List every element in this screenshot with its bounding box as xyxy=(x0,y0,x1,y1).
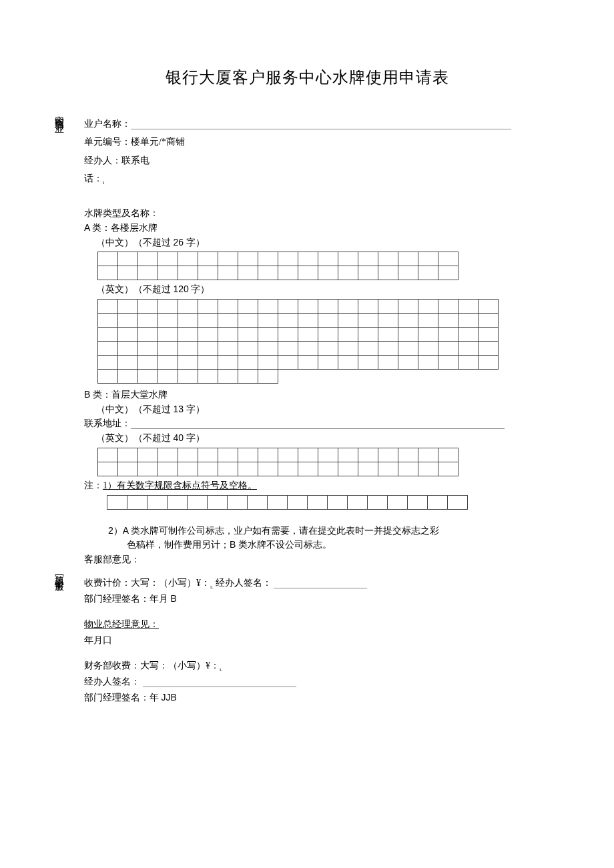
sign-type-block: 水牌类型及名称： A 类：各楼层水牌 （中文）（不超过 26 字） xyxy=(84,206,561,250)
english-40-note: （英文）（不超过 40 字） xyxy=(84,431,561,446)
chinese-13-note: （中文）（不超过 13 字） xyxy=(84,402,561,417)
dept-mgr-sign-a: 部门经理签名：年月 B xyxy=(84,591,561,607)
charge-row: 收费计价：大写：（小写）¥：L 经办人签名： xyxy=(84,575,561,592)
agent-sign-label: 经办人签名： xyxy=(216,578,272,588)
agent-sign2-line[interactable] xyxy=(143,677,296,687)
english-120-note: （英文）（不超过 120 字） xyxy=(84,282,561,297)
note2-line2: 色稿样，制作费用另计；B 类水牌不设公司标志。 xyxy=(84,538,561,552)
contact-addr-label: 联系地址： xyxy=(84,418,131,428)
type-b-block: B 类：首层大堂水牌 （中文）（不超过 13 字） 联系地址： （英文）（不超过… xyxy=(84,388,561,446)
owner-name-input-line[interactable] xyxy=(131,119,511,129)
note2-line1: 2）A 类水牌可制作公司标志，业户如有需要，请在提交此表时一并提交标志之彩 xyxy=(84,524,561,538)
finance-row: 财务部收费：大写：（小写）¥：L xyxy=(84,658,561,675)
charge-label: 收费计价：大写：（小写）¥： xyxy=(84,578,210,588)
cs-opinion: 客服部意见： xyxy=(84,552,561,567)
subscript-i: I xyxy=(103,180,104,185)
sub-l-1: L xyxy=(210,584,213,589)
grid-a-chinese[interactable] xyxy=(97,252,458,280)
pm-opinion: 物业总经理意见： xyxy=(84,616,561,632)
grid-note-row[interactable] xyxy=(107,495,468,510)
owner-fill-label: 业户填写内容 xyxy=(53,115,64,116)
grid-b-english[interactable] xyxy=(97,448,458,476)
service-section: 服务中心填写 收费计价：大写：（小写）¥：L 经办人签名： 部门经理签名：年月 … xyxy=(53,575,561,706)
contact-addr-row: 联系地址： xyxy=(84,416,561,431)
grid-a-english[interactable] xyxy=(97,299,499,384)
finance-label: 财务部收费：大写：（小写）¥： xyxy=(84,661,220,671)
phone-row: 话：I xyxy=(84,169,561,187)
owner-fields: 业户名称： 单元编号：楼单元/*商铺 经办人：联系电 话：I 水牌类型及名称： … xyxy=(84,115,561,567)
service-fields: 收费计价：大写：（小写）¥：L 经办人签名： 部门经理签名：年月 B 物业总经理… xyxy=(84,575,561,706)
agent-sign2-label: 经办人签名： xyxy=(84,677,140,687)
sign-type-header: 水牌类型及名称： xyxy=(84,206,561,221)
agent-sign-line[interactable] xyxy=(274,578,367,588)
note1: 注：1）有关数字规限含标点符号及空格。 xyxy=(84,478,561,493)
sub-l-2: L xyxy=(220,667,222,672)
ymd: 年月口 xyxy=(84,632,561,648)
chinese-26-note: （中文）（不超过 26 字） xyxy=(84,236,561,250)
phone-label: 话： xyxy=(84,173,103,183)
contact-addr-line[interactable] xyxy=(131,419,505,429)
agent-row: 经办人：联系电 xyxy=(84,151,561,169)
page: 银行大厦客户服务中心水牌使用申请表 业户填写内容 业户名称： 单元编号：楼单元/… xyxy=(0,0,614,868)
type-a-header: A 类：各楼层水牌 xyxy=(84,221,561,236)
owner-section: 业户填写内容 业户名称： 单元编号：楼单元/*商铺 经办人：联系电 话：I 水牌… xyxy=(53,115,561,567)
owner-name-row: 业户名称： xyxy=(84,115,561,133)
dept-mgr-sign-b: 部门经理签名：年 JJB xyxy=(84,690,561,706)
agent-sign2-row: 经办人签名： xyxy=(84,674,561,690)
type-b-header: B 类：首层大堂水牌 xyxy=(84,388,561,402)
document-title: 银行大厦客户服务中心水牌使用申请表 xyxy=(53,67,561,88)
unit-no-row: 单元编号：楼单元/*商铺 xyxy=(84,133,561,151)
owner-name-label: 业户名称： xyxy=(84,119,131,129)
